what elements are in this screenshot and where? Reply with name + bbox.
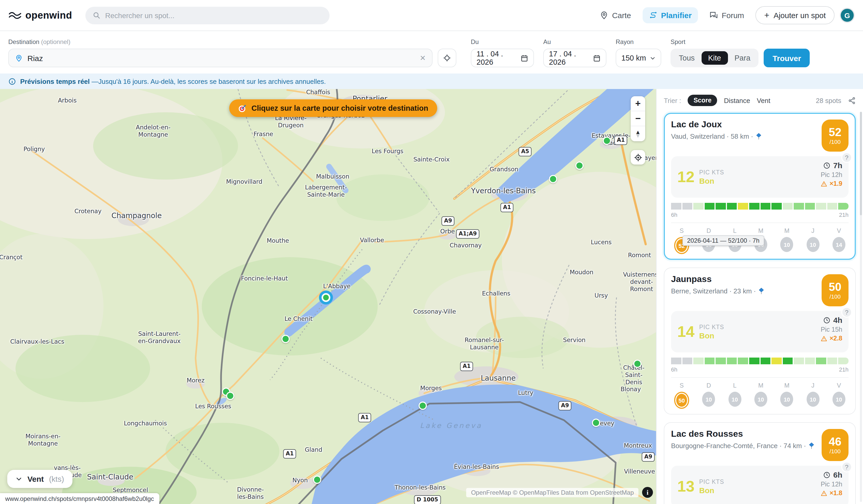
sport-option[interactable]: Tous: [672, 51, 701, 65]
pin-icon: [15, 54, 23, 62]
day-item[interactable]: D 10: [702, 382, 715, 409]
day-score-badge: 10: [728, 392, 741, 407]
map-place-label: Servion: [563, 337, 586, 344]
logo[interactable]: openwind: [8, 10, 72, 21]
sport-option[interactable]: Kite: [701, 51, 728, 65]
quality-label: Bon: [699, 176, 724, 185]
spot-marker[interactable]: [282, 335, 290, 343]
sort-option-vent[interactable]: Vent: [757, 97, 771, 104]
warning-icon: [821, 335, 828, 342]
hour-segment: [727, 357, 737, 364]
peak-knots-label: PIC KTS: [699, 169, 724, 175]
map-place-label: Lake Geneva: [420, 421, 482, 429]
map-place-label: Chavornay: [450, 242, 482, 249]
nav-forum[interactable]: Forum: [703, 7, 750, 23]
day-item[interactable]: J 10: [806, 227, 819, 254]
nav-planifier-label: Planifier: [661, 11, 691, 20]
day-item[interactable]: V 10: [833, 382, 846, 409]
day-item[interactable]: M 10: [780, 382, 793, 409]
spot-marker[interactable]: [633, 360, 641, 368]
help-badge[interactable]: ?: [841, 152, 852, 163]
nav-carte[interactable]: Carte: [593, 7, 637, 23]
card-header: Lac de Joux Vaud, Switzerland · 58 km · …: [671, 119, 849, 152]
spot-meta: Berne, Switzerland · 23 km ·: [671, 288, 765, 295]
date-from-input[interactable]: 11 . 04 . 2026: [471, 49, 534, 67]
spot-marker[interactable]: [603, 137, 611, 145]
road-shield: A1: [501, 203, 514, 212]
add-spot-button[interactable]: + Ajouter un spot: [755, 6, 835, 24]
day-item[interactable]: M 10: [754, 382, 767, 409]
hour-segment: [816, 203, 826, 210]
spot-name: Lac des Rousses: [671, 429, 815, 440]
map-place-label: Divonne- les-Bains: [237, 487, 264, 501]
zoom-out-button[interactable]: −: [631, 111, 645, 126]
wind-layer-toggle[interactable]: Vent (kts): [7, 470, 73, 488]
spot-marker[interactable]: [313, 476, 321, 484]
date-to-input[interactable]: 17 . 04 . 2026: [543, 49, 606, 67]
hour-range-labels: 6h 21h: [671, 212, 849, 218]
geolocate-button[interactable]: [631, 150, 645, 165]
hour-segment: [827, 357, 837, 364]
compass-button[interactable]: ▲ ▼: [631, 126, 645, 141]
spot-search-input[interactable]: Rechercher un spot...: [86, 7, 330, 24]
spot-marker[interactable]: [592, 419, 600, 427]
clear-icon[interactable]: ✕: [420, 54, 426, 62]
hour-segment: [716, 357, 726, 364]
destination-label: Destination (optionnel): [8, 38, 433, 46]
locate-button[interactable]: [438, 49, 456, 67]
zoom-in-button[interactable]: +: [631, 96, 645, 111]
map-canvas[interactable]: ArboisPolignyAndelot-en- MontagneFrasneC…: [0, 89, 656, 504]
avatar[interactable]: G: [840, 8, 855, 23]
spot-meta: Bourgogne-Franche-Comté, France · 74 km …: [671, 442, 815, 450]
road-shield: A1: [460, 362, 473, 371]
hour-segment: [838, 203, 849, 210]
share-icon[interactable]: [848, 97, 856, 104]
day-item[interactable]: S 50: [674, 382, 689, 409]
radius-select[interactable]: 150 km: [616, 49, 661, 67]
map-place-label: Nyon: [292, 477, 308, 484]
road-shield: A1: [614, 136, 628, 145]
spot-marker[interactable]: [226, 392, 234, 400]
sort-option-distance[interactable]: Distance: [724, 97, 750, 104]
help-badge[interactable]: ?: [841, 307, 852, 318]
attribution-info-icon[interactable]: i: [642, 487, 653, 498]
calendar-icon: [593, 54, 601, 62]
day-letter: S: [679, 227, 684, 235]
sidebar-scrollbar-thumb[interactable]: [860, 112, 862, 215]
day-item[interactable]: L 10: [728, 382, 741, 409]
hour-segment: [805, 203, 815, 210]
day-item[interactable]: M 10: [780, 227, 793, 254]
day-letter: L: [733, 227, 737, 235]
wind-toggle-unit: (kts): [49, 475, 64, 483]
help-badge[interactable]: ?: [841, 462, 852, 473]
map-place-label: Foncine-le-Haut: [241, 275, 288, 282]
card-header: Lac des Rousses Bourgogne-Franche-Comté,…: [671, 429, 849, 461]
day-item[interactable]: J 10: [806, 382, 819, 409]
spot-marker[interactable]: [322, 293, 330, 302]
route-icon: [649, 11, 657, 20]
find-button[interactable]: Trouver: [764, 49, 810, 67]
map-place-label: Lutry: [518, 390, 533, 397]
sort-option-score[interactable]: Score: [688, 95, 717, 106]
spot-card[interactable]: Jaunpass Berne, Switzerland · 23 km · 50…: [664, 267, 856, 415]
spot-marker[interactable]: [418, 402, 427, 410]
sport-option[interactable]: Para: [728, 51, 757, 65]
spot-card[interactable]: Lac des Rousses Bourgogne-Franche-Comté,…: [664, 422, 856, 504]
spot-marker[interactable]: [575, 162, 584, 170]
day-letter: M: [758, 382, 763, 389]
hourly-score-bar[interactable]: [671, 203, 849, 210]
day-item[interactable]: V 14: [833, 227, 846, 254]
day-letter: V: [837, 227, 841, 235]
destination-input[interactable]: Riaz ✕: [8, 49, 433, 67]
score-value: 52: [829, 126, 841, 139]
map-place-label: Morez: [187, 377, 204, 385]
nav-planifier[interactable]: Planifier: [642, 7, 698, 23]
map-place-label: Labergement- Sainte-Marie: [305, 184, 347, 199]
wind-summary-panel: 12 PIC KTS Bon 7h: [671, 156, 849, 198]
day-score-badge: 50: [674, 392, 689, 409]
hourly-score-bar[interactable]: [671, 357, 849, 364]
score-denominator: /100: [830, 293, 841, 300]
spot-marker[interactable]: [549, 175, 557, 183]
destination-group: Destination (optionnel) Riaz ✕: [8, 38, 433, 67]
sport-label: Sport: [671, 38, 759, 46]
